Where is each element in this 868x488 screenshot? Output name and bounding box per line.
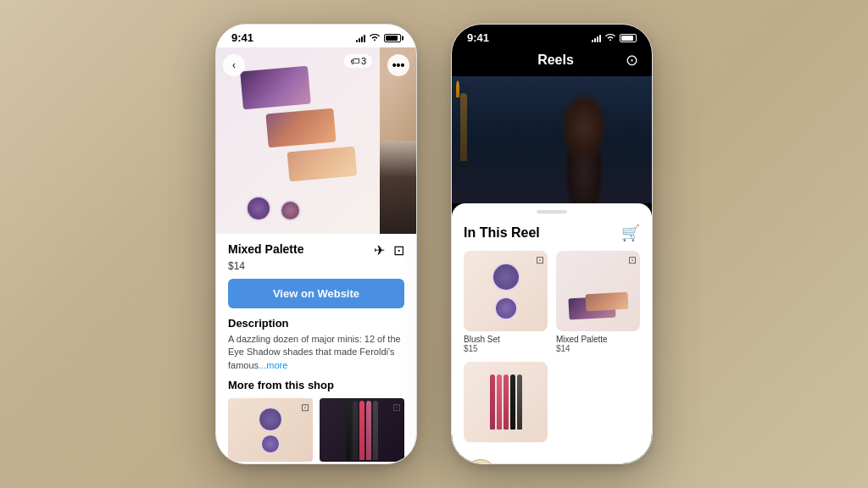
description-section: Description A dazzling dozen of major mi…: [228, 317, 404, 372]
sheet-title: In This Reel: [464, 225, 540, 241]
product-image-area: ‹ 🏷 3 •••: [216, 47, 416, 234]
grid-product-blush[interactable]: ⊡ Blush Set $15: [464, 251, 548, 353]
status-icons-1: [356, 34, 401, 42]
share-icon[interactable]: ✈: [374, 242, 385, 258]
grid-blush-price: $15: [464, 344, 548, 353]
compact-dark: [246, 196, 271, 221]
battery-icon-2: [620, 34, 637, 42]
sheet-header: In This Reel 🛒: [452, 224, 652, 251]
camera-icon[interactable]: ⊙: [626, 51, 638, 69]
battery-icon-1: [384, 34, 401, 42]
swatch-purple: [240, 66, 311, 110]
tag-button[interactable]: 🏷 3: [344, 54, 372, 68]
grid-palette-image: ⊡: [556, 251, 640, 331]
grid-blush-name: Blush Set: [464, 335, 548, 344]
pencil-set: [320, 398, 404, 462]
shop-item-blush-image: ⊡: [228, 398, 313, 462]
view-on-website-button[interactable]: View on Website: [228, 279, 404, 308]
sheet-handle: [537, 210, 567, 214]
reels-header: Reels ⊙: [452, 47, 652, 76]
grid-product-palette[interactable]: ⊡ Mixed Palette $14: [556, 251, 640, 353]
grid-pencil-set: [464, 362, 548, 442]
reels-video: [452, 76, 652, 203]
more-button[interactable]: •••: [387, 54, 409, 76]
continue-shopping[interactable]: Ferolds Continue Shopping feroldis ›: [452, 449, 652, 464]
tag-count: 3: [361, 56, 366, 66]
description-title: Description: [228, 317, 404, 330]
status-icons-2: [592, 34, 637, 42]
product-actions: ✈ ⊡: [374, 242, 404, 258]
shop-item-eyeshadow-image: ⊡: [320, 398, 404, 462]
tag-icon: 🏷: [350, 56, 359, 66]
time-2: 9:41: [467, 31, 489, 44]
bookmark-icon[interactable]: ⊡: [393, 242, 404, 258]
product-info: Mixed Palette ✈ ⊡ $14 View on Website De…: [216, 234, 416, 464]
grid-swatch2: [586, 292, 629, 312]
swatch-mauve: [265, 108, 336, 148]
signal-icon: [356, 34, 365, 42]
grid-palette-price: $14: [556, 344, 640, 353]
main-product-image: [216, 47, 381, 234]
status-bar-1: 9:41: [216, 25, 416, 47]
phones-container: 9:41: [0, 0, 868, 488]
product-title-row: Mixed Palette ✈ ⊡: [228, 242, 404, 258]
shop-item-eyeshadow[interactable]: ⊡ Eye Shadow $14: [320, 398, 404, 464]
shop-item-blush[interactable]: ⊡ Blush Set $15: [228, 398, 313, 464]
wifi-icon-2: [604, 34, 616, 42]
grid-blush-bookmark[interactable]: ⊡: [536, 254, 544, 266]
product-price: $14: [228, 260, 404, 272]
status-bar-2: 9:41: [452, 25, 652, 47]
shop-items-list: ⊡ Blush Set $15 ⊡: [228, 398, 404, 464]
bottom-sheet: In This Reel 🛒 ⊡ Blush Set $15: [452, 203, 652, 464]
thumb-person[interactable]: [380, 141, 416, 234]
cart-icon[interactable]: 🛒: [621, 224, 640, 242]
more-from-shop-title: More from this shop: [228, 379, 404, 391]
phone-product-detail: 9:41: [215, 24, 417, 464]
grid-product-pencils[interactable]: [464, 362, 548, 446]
blush-bookmark[interactable]: ⊡: [301, 402, 309, 413]
time-1: 9:41: [231, 31, 253, 44]
reels-title: Reels: [537, 53, 574, 68]
grid-palette-bookmark[interactable]: ⊡: [628, 254, 637, 266]
grid-palette-name: Mixed Palette: [556, 335, 640, 344]
back-button[interactable]: ‹: [223, 54, 245, 76]
phone-reels: 9:41 Reels: [451, 24, 653, 464]
shop-avatar: Ferolds: [464, 459, 498, 464]
products-grid: ⊡ Blush Set $15 ⊡ Mixed Palette $14: [452, 251, 652, 446]
eyeshadow-bookmark[interactable]: ⊡: [392, 402, 401, 413]
wifi-icon: [369, 34, 381, 42]
swatch-peach: [287, 147, 358, 182]
grid-blush-image: ⊡: [464, 251, 548, 331]
signal-icon-2: [592, 34, 601, 42]
person-silhouette: [542, 76, 626, 203]
product-name: Mixed Palette: [228, 242, 303, 256]
swatch-group: [233, 64, 381, 234]
read-more-link[interactable]: ...more: [259, 360, 287, 370]
grid-pencils-image: [464, 362, 548, 442]
compact-light: [280, 200, 301, 221]
description-text: A dazzling dozen of major minis: 12 of t…: [228, 333, 404, 372]
